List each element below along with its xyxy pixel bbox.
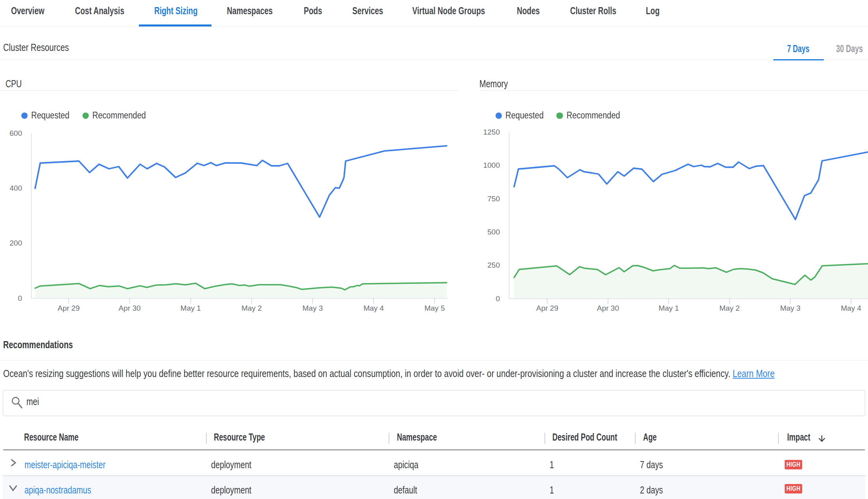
svg-text:Apr 29: Apr 29 xyxy=(536,304,558,312)
svg-text:0: 0 xyxy=(496,295,500,303)
svg-text:May 1: May 1 xyxy=(658,304,679,312)
svg-text:May 4: May 4 xyxy=(841,304,861,312)
svg-text:May 2: May 2 xyxy=(719,304,740,312)
svg-text:1000: 1000 xyxy=(483,161,500,169)
svg-text:May 5: May 5 xyxy=(425,304,445,312)
svg-text:Apr 30: Apr 30 xyxy=(119,304,141,312)
svg-text:400: 400 xyxy=(9,184,22,192)
svg-text:May 3: May 3 xyxy=(303,304,323,312)
svg-text:Apr 30: Apr 30 xyxy=(597,304,619,312)
svg-text:0: 0 xyxy=(18,294,22,302)
svg-text:250: 250 xyxy=(487,261,500,269)
svg-text:May 4: May 4 xyxy=(363,304,384,312)
svg-text:May 2: May 2 xyxy=(241,304,262,312)
svg-text:1250: 1250 xyxy=(483,128,500,136)
svg-text:750: 750 xyxy=(487,195,500,203)
svg-text:600: 600 xyxy=(9,129,22,137)
svg-text:May 1: May 1 xyxy=(180,304,201,312)
svg-text:Apr 29: Apr 29 xyxy=(58,304,80,312)
svg-text:200: 200 xyxy=(9,239,22,247)
svg-text:May 3: May 3 xyxy=(780,304,801,312)
svg-text:500: 500 xyxy=(487,228,500,236)
